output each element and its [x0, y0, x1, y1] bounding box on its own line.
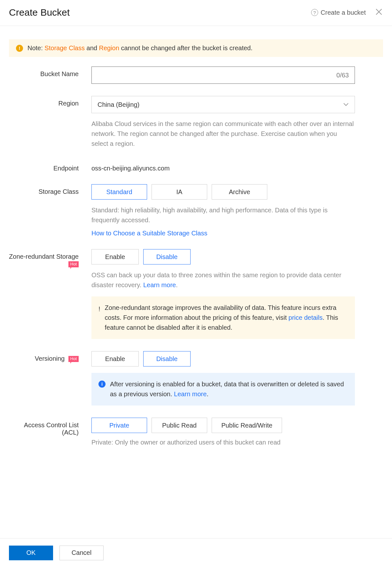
page-title: Create Bucket	[9, 7, 70, 18]
endpoint-value: oss-cn-beijing.aliyuncs.com	[91, 161, 383, 172]
zrs-price-details-link[interactable]: price details	[288, 314, 323, 321]
warning-icon: !	[16, 45, 23, 52]
endpoint-label: Endpoint	[9, 161, 91, 172]
versioning-label: Versioning Hot	[9, 351, 91, 362]
bucket-name-input[interactable]	[98, 72, 336, 79]
region-label: Region	[9, 96, 91, 107]
zrs-label-text: Zone-redundant Storage	[9, 253, 79, 260]
storage-class-ia[interactable]: IA	[152, 184, 207, 200]
storage-class-label: Storage Class	[9, 184, 91, 195]
notice-region: Region	[99, 44, 119, 51]
acl-public-read[interactable]: Public Read	[152, 418, 207, 433]
storage-class-link[interactable]: How to Choose a Suitable Storage Class	[91, 230, 207, 237]
info-icon: i	[98, 381, 106, 388]
cancel-button[interactable]: Cancel	[59, 546, 104, 560]
top-notice: ! Note: Storage Class and Region cannot …	[9, 39, 383, 57]
zrs-learn-more-link[interactable]: Learn more	[143, 281, 176, 288]
ok-button[interactable]: OK	[9, 546, 53, 560]
zrs-help: OSS can back up your data to three zones…	[91, 270, 355, 290]
versioning-notice-pre: After versioning is enabled for a bucket…	[110, 381, 344, 398]
versioning-enable[interactable]: Enable	[91, 351, 139, 366]
acl-label: Access Control List (ACL)	[9, 418, 91, 436]
notice-suffix: cannot be changed after the bucket is cr…	[119, 44, 253, 51]
region-select[interactable]: China (Beijing)	[91, 96, 355, 113]
versioning-label-text: Versioning	[35, 355, 65, 362]
notice-text: Note: Storage Class and Region cannot be…	[27, 44, 253, 52]
bucket-name-input-wrap: 0/63	[91, 67, 355, 84]
versioning-learn-more-link[interactable]: Learn more	[174, 390, 207, 398]
zrs-label: Zone-redundant Storage Hot	[9, 249, 91, 268]
close-icon	[375, 8, 383, 16]
acl-help: Private: Only the owner or authorized us…	[91, 437, 355, 447]
zrs-disable[interactable]: Disable	[143, 249, 191, 264]
hot-badge: Hot	[68, 356, 79, 362]
zrs-notice-text: Zone-redundant storage improves the avai…	[105, 303, 348, 333]
zrs-help-pre: OSS can back up your data to three zones…	[91, 272, 341, 288]
region-help-text: Alibaba Cloud services in the same regio…	[91, 119, 355, 149]
notice-and: and	[85, 44, 99, 51]
versioning-notice: i After versioning is enabled for a buck…	[91, 373, 355, 406]
zrs-help-post: .	[176, 281, 178, 288]
chevron-down-icon	[343, 101, 349, 108]
acl-private[interactable]: Private	[91, 418, 147, 433]
notice-prefix: Note:	[27, 44, 44, 51]
acl-public-read-write[interactable]: Public Read/Write	[212, 418, 282, 433]
bucket-name-counter: 0/63	[336, 72, 349, 79]
notice-storage-class: Storage Class	[44, 44, 85, 51]
help-icon: ?	[311, 9, 318, 16]
close-button[interactable]	[375, 8, 383, 18]
storage-class-archive[interactable]: Archive	[212, 184, 267, 200]
zrs-notice: ! Zone-redundant storage improves the av…	[91, 296, 355, 339]
versioning-disable[interactable]: Disable	[143, 351, 191, 366]
hot-badge: Hot	[68, 261, 79, 267]
help-link-label: Create a bucket	[321, 9, 366, 16]
zrs-enable[interactable]: Enable	[91, 249, 139, 264]
storage-class-standard[interactable]: Standard	[91, 184, 147, 200]
warning-icon: !	[98, 304, 100, 333]
bucket-name-label: Bucket Name	[9, 67, 91, 78]
storage-class-help: Standard: high reliability, high availab…	[91, 205, 355, 225]
region-selected-value: China (Beijing)	[98, 101, 139, 108]
versioning-notice-text: After versioning is enabled for a bucket…	[110, 379, 348, 399]
versioning-notice-post: .	[207, 390, 208, 398]
help-link[interactable]: ? Create a bucket	[311, 9, 366, 16]
